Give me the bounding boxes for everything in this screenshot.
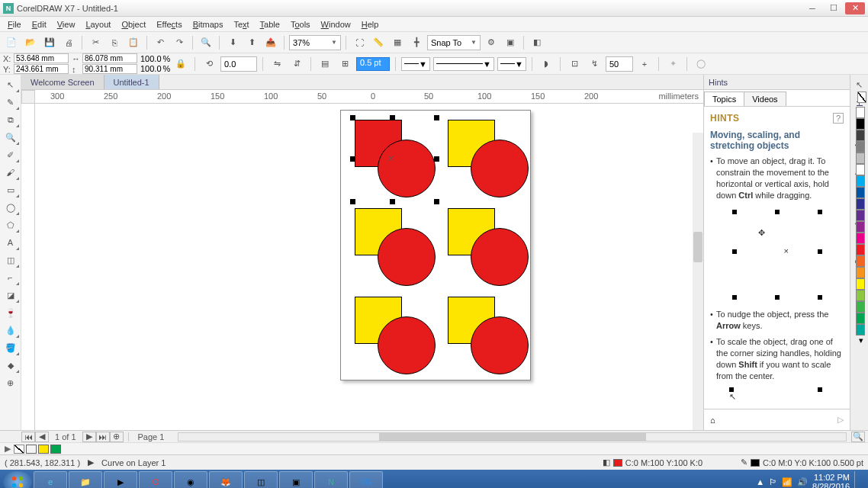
tab-videos[interactable]: Videos xyxy=(744,92,786,106)
x-input[interactable] xyxy=(14,53,69,63)
shape-circle[interactable] xyxy=(471,140,529,197)
fill-tool[interactable]: 🪣 xyxy=(2,339,20,356)
selection-handle[interactable] xyxy=(350,199,355,204)
lock-ratio-button[interactable]: 🔒 xyxy=(172,56,189,72)
ruler-origin[interactable] xyxy=(21,90,35,104)
parallel-tool[interactable]: ◫ xyxy=(2,252,20,268)
scrollbar-thumb[interactable] xyxy=(693,232,702,262)
task-opera[interactable]: O xyxy=(139,471,172,488)
minimize-button[interactable]: ─ xyxy=(802,2,822,14)
ruler-horizontal[interactable]: 300 250 200 150 100 50 0 50 100 150 200 … xyxy=(35,90,703,104)
paste-button[interactable]: 📋 xyxy=(125,34,142,51)
zoom-combo[interactable]: 37%▼ xyxy=(289,35,341,50)
eyedropper-tool[interactable]: 💧 xyxy=(2,322,20,339)
task-coreldraw[interactable]: N xyxy=(314,471,348,488)
smart-fill-tool[interactable]: ◆ xyxy=(2,357,20,374)
menu-tools[interactable]: Tools xyxy=(286,18,315,30)
palette-swatch[interactable] xyxy=(856,301,865,313)
task-app2[interactable]: ▣ xyxy=(279,471,313,488)
palette-swatch[interactable] xyxy=(856,233,865,244)
mirror-h-button[interactable]: ⇋ xyxy=(268,56,285,72)
palette-swatch[interactable] xyxy=(856,198,865,210)
prev-page-button[interactable]: ◀ xyxy=(35,432,49,442)
close-button[interactable]: ✕ xyxy=(845,2,865,14)
search-button[interactable]: 🔍 xyxy=(198,34,214,51)
add-page-button[interactable]: ⊕ xyxy=(110,432,124,442)
palette-prev[interactable]: ▶ xyxy=(3,444,12,454)
scrollbar-thumb[interactable] xyxy=(379,433,646,441)
palette-swatch[interactable] xyxy=(856,221,865,233)
print-button[interactable]: 🖨 xyxy=(60,34,77,51)
tray-show-hidden[interactable]: ▲ xyxy=(756,477,764,486)
shape-circle[interactable] xyxy=(378,228,436,286)
task-app1[interactable]: ◫ xyxy=(244,471,278,488)
rectangle-tool[interactable]: ▭ xyxy=(2,181,20,198)
options-button[interactable]: ⚙ xyxy=(483,34,500,51)
launch-button[interactable]: ▣ xyxy=(502,34,519,51)
menu-file[interactable]: File xyxy=(3,18,26,30)
cut-button[interactable]: ✂ xyxy=(87,34,104,51)
menu-layout[interactable]: Layout xyxy=(81,18,115,30)
selection-handle[interactable] xyxy=(390,115,395,120)
export-button[interactable]: ⬆ xyxy=(243,34,260,51)
ruler-vertical[interactable] xyxy=(21,104,35,430)
shape-circle[interactable] xyxy=(378,316,436,374)
page-tab[interactable]: Page 1 xyxy=(128,432,174,441)
menu-help[interactable]: Help xyxy=(357,18,384,30)
palette-swatch[interactable] xyxy=(856,164,865,175)
import-button[interactable]: ⬇ xyxy=(224,34,241,51)
wrap-offset-input[interactable] xyxy=(606,56,633,72)
palette-swatch[interactable] xyxy=(856,290,865,301)
palette-swatch[interactable] xyxy=(857,92,866,103)
order-button[interactable]: ▤ xyxy=(317,56,333,72)
palette-swatch[interactable] xyxy=(856,278,865,290)
zoom-tool[interactable]: 🔍 xyxy=(2,129,20,146)
hints-forward-icon[interactable]: ▷ xyxy=(837,415,844,425)
text-tool[interactable]: A xyxy=(2,234,20,251)
tab-topics[interactable]: Topics xyxy=(704,92,744,106)
color-swatch-yellow[interactable] xyxy=(38,445,49,454)
save-button[interactable]: 💾 xyxy=(41,34,58,51)
palette-swatch[interactable] xyxy=(856,313,865,324)
copy-button[interactable]: ⎘ xyxy=(106,34,123,51)
vertical-scrollbar[interactable] xyxy=(693,133,703,430)
selection-handle[interactable] xyxy=(434,156,439,162)
shape-circle[interactable] xyxy=(471,316,529,374)
first-page-button[interactable]: ⏮ xyxy=(21,432,35,442)
menu-edit[interactable]: Edit xyxy=(27,18,51,30)
color-swatch-red[interactable] xyxy=(26,445,37,454)
mirror-v-button[interactable]: ⇵ xyxy=(288,56,305,72)
nav-icon[interactable]: ▶ xyxy=(88,458,94,467)
task-explorer[interactable]: 📁 xyxy=(69,471,102,488)
transparency-tool[interactable]: 🍷 xyxy=(2,304,20,321)
rulers-button[interactable]: 📏 xyxy=(370,34,387,51)
convert-button[interactable]: ⊡ xyxy=(566,56,583,72)
canvas[interactable]: × xyxy=(35,104,703,430)
end-arrow-combo[interactable]: ▼ xyxy=(497,57,526,71)
height-input[interactable] xyxy=(82,64,137,74)
palette-no-color[interactable] xyxy=(856,107,865,118)
next-page-button[interactable]: ▶ xyxy=(82,432,96,442)
last-page-button[interactable]: ⏭ xyxy=(96,432,110,442)
outline-swatch[interactable] xyxy=(751,459,760,467)
fill-swatch[interactable] xyxy=(613,459,622,467)
palette-swatch[interactable] xyxy=(856,141,865,152)
selection-handle[interactable] xyxy=(350,156,355,162)
menu-view[interactable]: View xyxy=(53,18,80,30)
task-ie[interactable]: e xyxy=(34,471,67,488)
crop-tool[interactable]: ⧉ xyxy=(2,111,20,128)
app-button[interactable]: ◧ xyxy=(529,34,545,51)
maximize-button[interactable]: ☐ xyxy=(824,2,844,14)
y-input[interactable] xyxy=(14,64,69,74)
outline-width-input[interactable]: 0.5 pt xyxy=(356,57,390,71)
menu-object[interactable]: Object xyxy=(117,18,150,30)
color-swatch-green[interactable] xyxy=(50,445,61,454)
rotation-input[interactable] xyxy=(220,56,257,72)
publish-button[interactable]: 📤 xyxy=(262,34,279,51)
dock-pick-icon[interactable]: ↖ xyxy=(851,78,868,92)
palette-scroll-down[interactable]: ▾ xyxy=(856,336,866,345)
tray-volume-icon[interactable]: 🔊 xyxy=(797,477,808,487)
horizontal-scrollbar[interactable] xyxy=(178,432,847,441)
stepper-up[interactable]: + xyxy=(636,56,653,72)
tray-network-icon[interactable]: 📶 xyxy=(782,477,792,487)
